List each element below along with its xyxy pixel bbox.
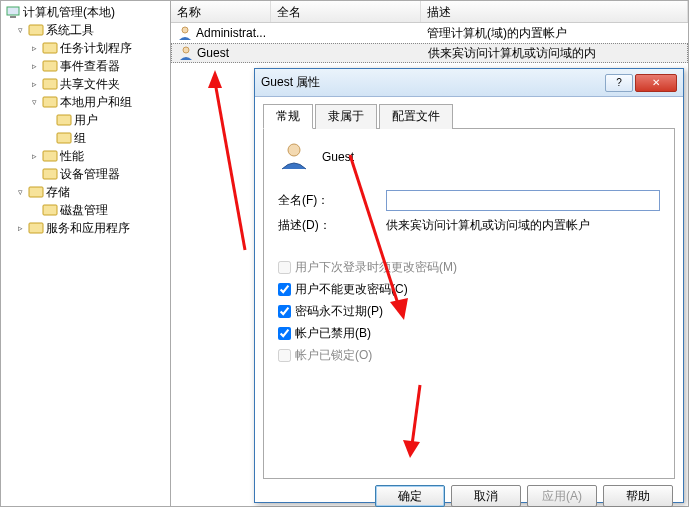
dialog-title-text: Guest 属性 bbox=[261, 74, 603, 91]
tree-item-label: 磁盘管理 bbox=[60, 202, 108, 219]
services-icon bbox=[28, 220, 44, 236]
list-row[interactable]: Administrat...管理计算机(域)的内置帐户 bbox=[171, 23, 688, 43]
col-fullname[interactable]: 全名 bbox=[271, 1, 421, 22]
expand-icon[interactable]: ▹ bbox=[29, 43, 40, 54]
svg-rect-0 bbox=[7, 7, 19, 15]
username-text: Guest bbox=[322, 150, 354, 164]
clock-icon bbox=[42, 40, 58, 56]
properties-dialog: Guest 属性 ? ✕ 常规 隶属于 配置文件 Guest 全名(F)： 描述… bbox=[254, 68, 684, 503]
col-desc[interactable]: 描述 bbox=[421, 1, 688, 22]
storage-icon bbox=[28, 184, 44, 200]
tree-item-label: 存储 bbox=[46, 184, 70, 201]
tab-strip: 常规 隶属于 配置文件 bbox=[263, 103, 675, 129]
device-icon bbox=[42, 166, 58, 182]
tree-item-disk[interactable]: 磁盘管理 bbox=[1, 201, 170, 219]
svg-rect-6 bbox=[43, 97, 57, 107]
tab-memberof[interactable]: 隶属于 bbox=[315, 104, 377, 129]
tree-root[interactable]: 计算机管理(本地) bbox=[1, 3, 170, 21]
checkbox-row[interactable]: 用户不能更改密码(C) bbox=[278, 281, 660, 298]
tree-item-perf[interactable]: ▹性能 bbox=[1, 147, 170, 165]
svg-rect-4 bbox=[43, 61, 57, 71]
svg-point-16 bbox=[288, 144, 300, 156]
tree-item-folder[interactable]: 组 bbox=[1, 129, 170, 147]
tree-item-label: 组 bbox=[74, 130, 86, 147]
cancel-button[interactable]: 取消 bbox=[451, 485, 521, 507]
checkbox-label: 密码永不过期(P) bbox=[295, 303, 383, 320]
svg-rect-8 bbox=[57, 133, 71, 143]
expand-icon[interactable]: ▿ bbox=[15, 25, 26, 36]
checkbox[interactable] bbox=[278, 305, 291, 318]
fullname-label: 全名(F)： bbox=[278, 192, 386, 209]
expand-icon[interactable]: ▹ bbox=[29, 79, 40, 90]
svg-rect-3 bbox=[43, 43, 57, 53]
tree-item-label: 服务和应用程序 bbox=[46, 220, 130, 237]
dialog-buttons: 确定 取消 应用(A) 帮助 bbox=[255, 479, 683, 507]
svg-rect-9 bbox=[43, 151, 57, 161]
expand-icon[interactable]: ▿ bbox=[29, 97, 40, 108]
share-icon bbox=[42, 76, 58, 92]
svg-rect-13 bbox=[29, 223, 43, 233]
expand-icon[interactable]: ▹ bbox=[29, 61, 40, 72]
users-icon bbox=[42, 94, 58, 110]
dialog-titlebar[interactable]: Guest 属性 ? ✕ bbox=[255, 69, 683, 97]
checkbox-row: 用户下次登录时须更改密码(M) bbox=[278, 259, 660, 276]
help-button-icon[interactable]: ? bbox=[605, 74, 633, 92]
col-name[interactable]: 名称 bbox=[171, 1, 271, 22]
ok-button[interactable]: 确定 bbox=[375, 485, 445, 507]
expand-icon[interactable]: ▹ bbox=[15, 223, 26, 234]
tree-item-clock[interactable]: ▹任务计划程序 bbox=[1, 39, 170, 57]
close-icon[interactable]: ✕ bbox=[635, 74, 677, 92]
svg-rect-1 bbox=[10, 16, 16, 18]
tree-item-share[interactable]: ▹共享文件夹 bbox=[1, 75, 170, 93]
expand-icon[interactable] bbox=[29, 205, 40, 216]
tab-panel-general: Guest 全名(F)： 描述(D)： 供来宾访问计算机或访问域的内置帐户 用户… bbox=[263, 129, 675, 479]
disk-icon bbox=[42, 202, 58, 218]
svg-rect-12 bbox=[43, 205, 57, 215]
expand-icon[interactable] bbox=[29, 169, 40, 180]
tree-item-tools[interactable]: ▿系统工具 bbox=[1, 21, 170, 39]
expand-icon[interactable] bbox=[43, 133, 54, 144]
user-icon bbox=[177, 25, 193, 41]
tree-item-label: 本地用户和组 bbox=[60, 94, 132, 111]
checkbox-row[interactable]: 密码永不过期(P) bbox=[278, 303, 660, 320]
user-icon bbox=[278, 139, 310, 174]
tree-item-event[interactable]: ▹事件查看器 bbox=[1, 57, 170, 75]
cell-desc: 供来宾访问计算机或访问域的内 bbox=[422, 45, 687, 62]
expand-icon[interactable] bbox=[43, 115, 54, 126]
checkbox-label: 帐户已锁定(O) bbox=[295, 347, 372, 364]
folder-icon bbox=[56, 112, 72, 128]
list-row[interactable]: Guest供来宾访问计算机或访问域的内 bbox=[171, 43, 688, 63]
tree-item-label: 性能 bbox=[60, 148, 84, 165]
expand-icon[interactable]: ▹ bbox=[29, 151, 40, 162]
tree-item-services[interactable]: ▹服务和应用程序 bbox=[1, 219, 170, 237]
tab-general[interactable]: 常规 bbox=[263, 104, 313, 129]
tree-item-label: 任务计划程序 bbox=[60, 40, 132, 57]
apply-button[interactable]: 应用(A) bbox=[527, 485, 597, 507]
tree-item-label: 设备管理器 bbox=[60, 166, 120, 183]
checkbox[interactable] bbox=[278, 283, 291, 296]
svg-point-14 bbox=[182, 27, 188, 33]
user-icon bbox=[178, 45, 194, 61]
tools-icon bbox=[28, 22, 44, 38]
cell-desc: 管理计算机(域)的内置帐户 bbox=[421, 25, 688, 42]
tree-item-users[interactable]: ▿本地用户和组 bbox=[1, 93, 170, 111]
tree-item-storage[interactable]: ▿存储 bbox=[1, 183, 170, 201]
tree-item-device[interactable]: 设备管理器 bbox=[1, 165, 170, 183]
checkbox-row: 帐户已锁定(O) bbox=[278, 347, 660, 364]
checkbox-label: 用户下次登录时须更改密码(M) bbox=[295, 259, 457, 276]
computer-icon bbox=[5, 4, 21, 20]
checkbox-label: 用户不能更改密码(C) bbox=[295, 281, 408, 298]
checkbox-row[interactable]: 帐户已禁用(B) bbox=[278, 325, 660, 342]
help-button[interactable]: 帮助 bbox=[603, 485, 673, 507]
tree-item-folder[interactable]: 用户 bbox=[1, 111, 170, 129]
nav-tree: 计算机管理(本地) ▿系统工具▹任务计划程序▹事件查看器▹共享文件夹▿本地用户和… bbox=[1, 1, 171, 506]
tab-profile[interactable]: 配置文件 bbox=[379, 104, 453, 129]
svg-point-15 bbox=[183, 47, 189, 53]
expand-icon[interactable]: ▿ bbox=[15, 187, 26, 198]
fullname-field[interactable] bbox=[386, 190, 660, 211]
checkbox[interactable] bbox=[278, 327, 291, 340]
list-header: 名称 全名 描述 bbox=[171, 1, 688, 23]
checkbox bbox=[278, 349, 291, 362]
cell-name: Guest bbox=[197, 46, 229, 60]
event-icon bbox=[42, 58, 58, 74]
